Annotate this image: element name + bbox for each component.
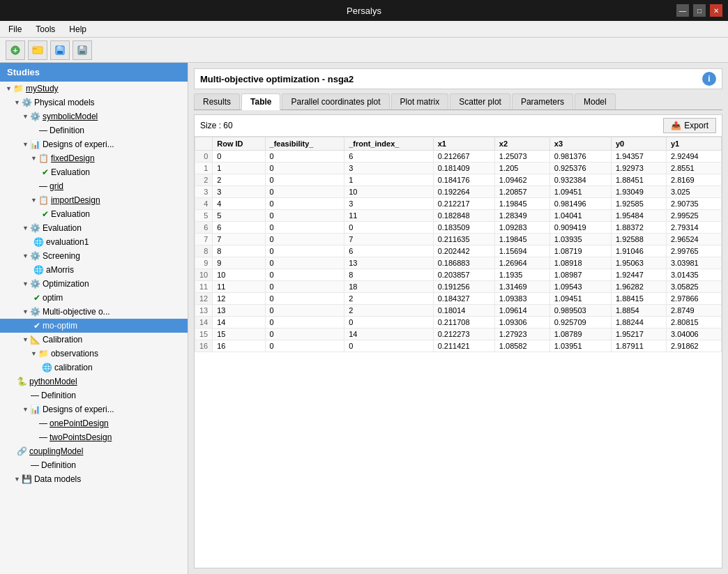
- tree-item-physical-models[interactable]: ▼ ⚙️ Physical models: [0, 96, 188, 109]
- data-table: Row ID _feasibility_ _front_index_ x1 x2…: [195, 137, 722, 352]
- cell-y1: 2.8749: [666, 305, 721, 317]
- tree-item-eval1[interactable]: ✔ Evaluation: [0, 165, 188, 179]
- svg-text:+: +: [13, 46, 17, 54]
- cell-y0: 1.92588: [611, 234, 666, 246]
- cell-x2: 1.19845: [494, 234, 549, 246]
- cell-y1: 2.8551: [666, 163, 721, 174]
- close-button[interactable]: ✕: [710, 4, 722, 17]
- arrow-import: ▼: [31, 197, 37, 204]
- cell-x3: 1.08789: [549, 328, 611, 340]
- optim-child-icon: ✔: [33, 293, 40, 303]
- cell-idx: 12: [195, 293, 213, 305]
- tab-results[interactable]: Results: [194, 93, 240, 109]
- tree-item-calibration[interactable]: ▼ 📐 Calibration: [0, 333, 188, 347]
- cell-x1: 0.211421: [433, 340, 494, 352]
- tab-scatter[interactable]: Scatter plot: [450, 93, 510, 109]
- tabs: Results Table Parallel coordinates plot …: [194, 93, 722, 110]
- tree-item-optim[interactable]: ✔ optim: [0, 291, 188, 305]
- table-row: 5 5 0 11 0.182848 1.28349 1.04041 1.9548…: [195, 210, 722, 222]
- tree-item-def3[interactable]: — Definition: [0, 458, 188, 472]
- def3-icon: —: [31, 460, 39, 470]
- cell-feasibility: 0: [265, 151, 344, 163]
- minimize-button[interactable]: —: [676, 4, 689, 17]
- table-row: 14 14 0 0 0.211708 1.09306 0.925709 1.88…: [195, 317, 722, 328]
- tree-item-multiobjective[interactable]: ▼ ⚙️ Multi-objective o...: [0, 305, 188, 319]
- cell-idx: 9: [195, 257, 213, 269]
- open-button[interactable]: [28, 40, 47, 60]
- tree-item-couplingmodel[interactable]: 🔗 couplingModel: [0, 444, 188, 458]
- cell-x3: 0.925709: [549, 317, 611, 328]
- info-button[interactable]: i: [702, 72, 716, 86]
- save-button[interactable]: [73, 40, 92, 60]
- tree-label-def2: Definition: [41, 391, 76, 400]
- cell-x3: 0.981376: [549, 151, 611, 163]
- cell-y0: 1.88415: [611, 293, 666, 305]
- menu-file[interactable]: File: [6, 23, 24, 36]
- cell-y0: 1.96282: [611, 281, 666, 293]
- tree-label-optim: Optimization: [43, 279, 89, 289]
- cell-x3: 1.08719: [549, 246, 611, 257]
- cell-rowid: 16: [213, 340, 265, 352]
- tree-item-observations[interactable]: ▼ 📁 observations: [0, 347, 188, 361]
- cell-feasibility: 0: [265, 234, 344, 246]
- tree-item-datamodels[interactable]: ▼ 💾 Data models: [0, 472, 188, 486]
- tree-item-optimization[interactable]: ▼ ⚙️ Optimization: [0, 277, 188, 291]
- new-button[interactable]: +: [6, 40, 25, 60]
- cell-x1: 0.184327: [433, 293, 494, 305]
- tree-item-doe1[interactable]: ▼ 📊 Designs of experi...: [0, 137, 188, 151]
- tree-item-pythonmodel[interactable]: 🐍 pythonModel: [0, 375, 188, 388]
- tree-label-evalnode: Evaluation: [43, 223, 82, 233]
- tree-item-mystudy[interactable]: ▼ 📁 myStudy: [0, 82, 188, 96]
- table-scroll[interactable]: Row ID _feasibility_ _front_index_ x1 x2…: [195, 137, 722, 568]
- svg-rect-5: [57, 51, 63, 54]
- export-button[interactable]: 📤 Export: [663, 118, 716, 133]
- coupling-icon: 🔗: [17, 446, 27, 456]
- table-row: 2 2 0 1 0.184176 1.09462 0.932384 1.8845…: [195, 174, 722, 186]
- cell-idx: 14: [195, 317, 213, 328]
- saveas-button[interactable]: [50, 40, 70, 60]
- table-container: Size : 60 📤 Export Row ID _feasibility_ …: [194, 114, 722, 568]
- tree-item-calibration-child[interactable]: 🌐 calibration: [0, 361, 188, 375]
- cell-x1: 0.181409: [433, 163, 494, 174]
- content-area: Multi-objective optimization - nsga2 i R…: [188, 63, 728, 574]
- tab-table[interactable]: Table: [241, 93, 280, 110]
- tree-item-amorris[interactable]: 🌐 aMorris: [0, 263, 188, 277]
- cell-x3: 1.03935: [549, 234, 611, 246]
- tree-item-fixeddesign[interactable]: ▼ 📋 fixedDesign: [0, 151, 188, 165]
- tree-item-screening[interactable]: ▼ ⚙️ Screening: [0, 249, 188, 263]
- tree-label-datamodels: Data models: [34, 474, 81, 484]
- tree-item-evaluation-node[interactable]: ▼ ⚙️ Evaluation: [0, 221, 188, 235]
- cell-frontindex: 6: [344, 151, 433, 163]
- tree-label-import: importDesign: [51, 195, 100, 205]
- tree-label-coupling: couplingModel: [29, 446, 83, 456]
- arrow-fixed: ▼: [31, 155, 37, 162]
- tab-parameters[interactable]: Parameters: [512, 93, 573, 109]
- cell-idx: 3: [195, 186, 213, 198]
- cell-idx: 2: [195, 174, 213, 186]
- cell-idx: 13: [195, 305, 213, 317]
- cell-idx: 5: [195, 210, 213, 222]
- tree-item-eval2[interactable]: ✔ Evaluation: [0, 207, 188, 221]
- tree-item-definition1[interactable]: — Definition: [0, 123, 188, 137]
- menu-help[interactable]: Help: [66, 23, 89, 36]
- tree-item-onepointdesign[interactable]: — onePointDesign: [0, 416, 188, 430]
- tab-parallel[interactable]: Parallel coordinates plot: [282, 93, 389, 109]
- cell-x3: 0.909419: [549, 222, 611, 234]
- tree-item-mooptim[interactable]: ✔ mo-optim: [0, 319, 188, 333]
- tree-item-doe2[interactable]: ▼ 📊 Designs of experi...: [0, 402, 188, 416]
- tab-model[interactable]: Model: [575, 93, 616, 109]
- tree-item-eval1-child[interactable]: 🌐 evaluation1: [0, 235, 188, 249]
- tree-item-symbolic[interactable]: ▼ ⚙️ symbolicModel: [0, 109, 188, 123]
- tree-item-grid[interactable]: — grid: [0, 179, 188, 193]
- cell-x3: 1.08918: [549, 257, 611, 269]
- tab-plotmatrix[interactable]: Plot matrix: [391, 93, 449, 109]
- tree-item-def2[interactable]: — Definition: [0, 388, 188, 402]
- cell-frontindex: 13: [344, 257, 433, 269]
- tree-item-twopointsdesign[interactable]: — twoPointsDesign: [0, 430, 188, 444]
- table-row: 1 1 0 3 0.181409 1.205 0.925376 1.92973 …: [195, 163, 722, 174]
- maximize-button[interactable]: □: [693, 4, 706, 17]
- menu-tools[interactable]: Tools: [33, 23, 58, 36]
- cell-x2: 1.28349: [494, 210, 549, 222]
- tree-item-importdesign[interactable]: ▼ 📋 importDesign: [0, 193, 188, 207]
- cell-y0: 1.88451: [611, 174, 666, 186]
